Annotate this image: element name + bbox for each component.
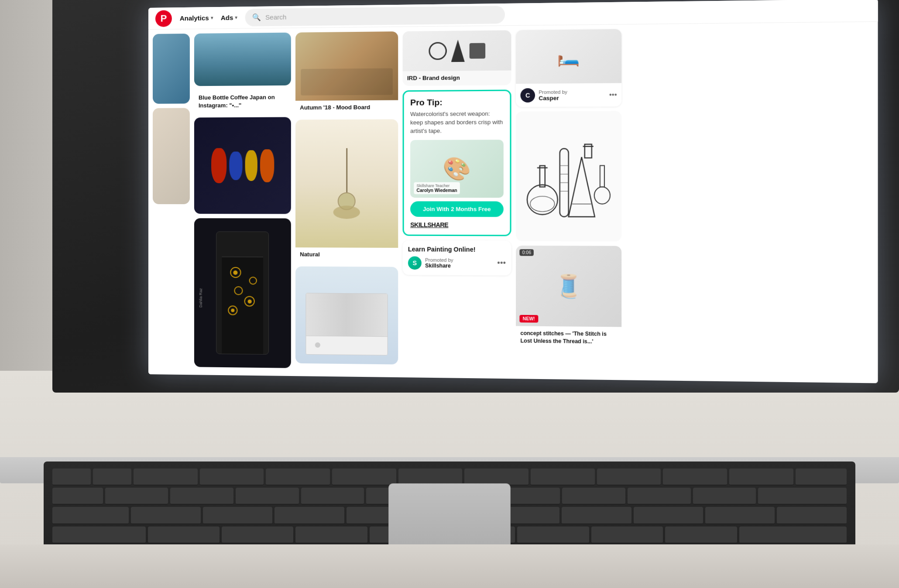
masonry-col-5: 🛏️ C Promoted by Casper ••• [516, 29, 621, 376]
ads-chevron-icon: ▾ [235, 15, 237, 20]
casper-image: 🛏️ [516, 29, 621, 84]
pinterest-p-icon: P [161, 13, 167, 24]
pin-building-card[interactable] [295, 267, 398, 365]
pin-ird-card[interactable]: IRD - Brand design [403, 30, 511, 86]
pro-tip-title: Pro Tip: [410, 97, 504, 108]
masonry-col-1 [153, 34, 190, 370]
pinterest-logo[interactable]: P [155, 10, 172, 27]
pin-blue-bottle-image[interactable] [194, 33, 291, 86]
time-badge: 0:06 [519, 249, 534, 256]
screen-inner: P Analytics ▾ Ads ▾ 🔍 Search [148, 0, 878, 383]
skillshare-brand: SKILLSHARE [410, 221, 504, 229]
skillshare-promoted-title: Learn Painting Online! [408, 246, 506, 253]
teacher-label: Skillshare Teacher [417, 183, 457, 188]
casper-name: Casper [539, 94, 605, 101]
skillshare-info-text: Promoted by Skillshare [425, 257, 494, 269]
pin-pants-card[interactable]: Dahlia Raz [194, 219, 291, 369]
pin-natural-card[interactable]: Natural [295, 119, 398, 262]
search-placeholder: Search [265, 13, 286, 21]
vase-blue [229, 151, 242, 180]
pants-watermark: Dahlia Raz [199, 288, 203, 308]
svg-rect-1 [540, 166, 545, 187]
casper-text: Promoted by Casper [539, 89, 605, 102]
masonry-content: Blue Bottle Coffee Japan on Instagram: "… [148, 22, 878, 383]
stitch-image: 🧵 0:06 NEW! [516, 246, 621, 327]
analytics-nav-item[interactable]: Analytics ▾ [180, 14, 213, 22]
laptop-lid: P Analytics ▾ Ads ▾ 🔍 Search [52, 0, 899, 393]
join-button[interactable]: Join With 2 Months Free [410, 201, 504, 217]
new-badge: NEW! [519, 315, 538, 323]
masonry-col-2: Blue Bottle Coffee Japan on Instagram: "… [194, 33, 291, 372]
pro-tip-description: Watercolorist's secret weapon: keep shap… [410, 110, 504, 136]
casper-promoted-label: Promoted by [539, 89, 605, 95]
svg-point-14 [594, 187, 610, 204]
pin-card-col1-top[interactable] [153, 34, 190, 104]
chemistry-image [516, 111, 621, 241]
autumn-image [295, 31, 398, 101]
vase-orange-pattern [260, 149, 274, 182]
skillshare-promoted-label: Promoted by [425, 257, 494, 263]
casper-info-area: C Promoted by Casper ••• [516, 83, 621, 107]
svg-rect-13 [600, 166, 604, 187]
ird-image [403, 30, 511, 71]
pin-card-col1-mid[interactable] [153, 108, 190, 204]
analytics-label: Analytics [180, 14, 209, 22]
vase-red [211, 148, 226, 183]
svg-marker-9 [569, 157, 595, 217]
natural-caption: Natural [295, 247, 398, 262]
ads-label: Ads [221, 14, 233, 21]
chemistry-svg [525, 120, 612, 232]
natural-image [295, 119, 398, 248]
pin-chemistry-card[interactable] [516, 111, 621, 241]
pin-autumn-card[interactable]: Autumn '18 - Mood Board [295, 31, 398, 115]
vase-yellow [245, 150, 257, 181]
pin-vases-card[interactable] [194, 117, 291, 214]
pin-stitch-card[interactable]: 🧵 0:06 NEW! concept stitches — 'The Stit… [516, 246, 621, 350]
pants-illustration [216, 232, 269, 355]
search-icon: 🔍 [252, 13, 261, 21]
bottom-desk [0, 544, 899, 588]
skillshare-brand-name: Skillshare [425, 263, 494, 269]
pin-casper-card[interactable]: 🛏️ C Promoted by Casper ••• [516, 29, 621, 107]
pro-tip-image: 🎨 Skillshare Teacher Carolyn Wiedeman [410, 140, 504, 198]
teacher-name: Carolyn Wiedeman [417, 188, 457, 192]
masonry-col-3: Autumn '18 - Mood Board Natural [295, 31, 398, 373]
skillshare-promoted-info: S Promoted by Skillshare ••• [408, 256, 506, 270]
svg-point-0 [527, 185, 558, 215]
casper-logo-icon: C [521, 88, 535, 103]
autumn-caption: Autumn '18 - Mood Board [295, 100, 398, 116]
casper-more-icon[interactable]: ••• [609, 91, 617, 99]
masonry-col-4: IRD - Brand design Pro Tip: Watercoloris… [403, 30, 511, 374]
pin-pro-tip-card[interactable]: Pro Tip: Watercolorist's secret weapon: … [403, 89, 511, 236]
ads-nav-item[interactable]: Ads ▾ [221, 14, 237, 22]
pin-blue-bottle-caption: Blue Bottle Coffee Japan on Instagram: "… [194, 90, 291, 113]
skillshare-avatar: S [408, 256, 422, 270]
stitch-caption: concept stitches — 'The Stitch is Lost U… [516, 326, 621, 350]
more-options-icon[interactable]: ••• [497, 259, 506, 268]
ird-caption: IRD - Brand design [403, 70, 511, 86]
pin-skillshare-promoted-card[interactable]: Learn Painting Online! S Promoted by Ski… [403, 240, 511, 275]
building-image [295, 267, 398, 365]
search-bar[interactable]: 🔍 Search [245, 6, 505, 26]
pin-blue-bottle-card[interactable]: Blue Bottle Coffee Japan on Instagram: "… [194, 90, 291, 113]
svg-point-3 [530, 196, 555, 212]
analytics-chevron-icon: ▾ [211, 15, 213, 20]
